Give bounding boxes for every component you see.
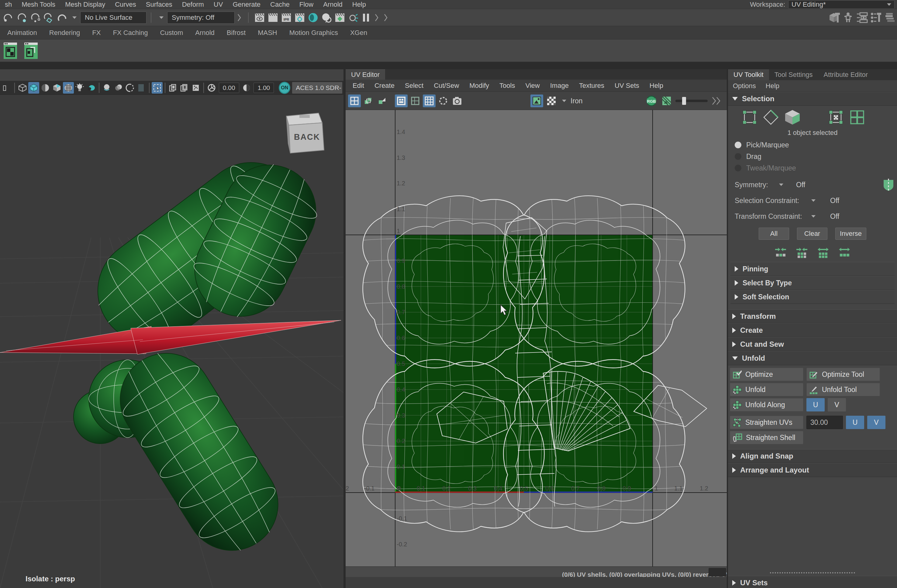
viewport-canvas[interactable]: BACK Isolate : persp <box>0 95 343 588</box>
exposure-value[interactable]: 0.00 <box>219 82 239 93</box>
symmetry-dropdown-caret-icon[interactable] <box>779 183 783 186</box>
uv-menu-create[interactable]: Create <box>369 82 400 90</box>
straighten-v-button[interactable]: V <box>867 416 885 429</box>
section-header-selection[interactable]: Selection <box>728 92 897 106</box>
collapse-chevron-icon[interactable] <box>375 14 379 21</box>
section-header-unfold[interactable]: Unfold <box>728 351 897 365</box>
shelf-tab-fx-caching[interactable]: FX Caching <box>107 29 154 37</box>
straighten-angle-input[interactable] <box>807 416 843 429</box>
uv-snapshot-shelf-icon[interactable] <box>24 42 40 60</box>
clear-selection-button[interactable]: Clear <box>797 228 827 240</box>
checker-texture-icon[interactable] <box>545 95 558 107</box>
channel-box-panel-icon[interactable] <box>855 11 869 24</box>
resolution-gate-icon[interactable] <box>179 82 190 93</box>
menu-deform[interactable]: Deform <box>177 0 209 9</box>
shelf-tab-motion-graphics[interactable]: Motion Graphics <box>283 29 344 37</box>
select-all-button[interactable]: All <box>759 228 789 240</box>
selection-constraint-caret-icon[interactable] <box>811 199 816 202</box>
section-header-soft-selection[interactable]: Soft Selection <box>730 290 895 304</box>
snap-curve-icon-1[interactable] <box>2 11 15 24</box>
grid-toggle-icon[interactable] <box>1 82 12 93</box>
symmetry-caret-icon[interactable] <box>159 17 164 19</box>
section-header-uv-sets[interactable]: UV Sets <box>728 576 897 588</box>
shrink-selection-icon[interactable] <box>775 246 787 259</box>
uv-menu-image[interactable]: Image <box>545 82 574 90</box>
textured-cube-icon[interactable] <box>51 82 62 93</box>
workspace-dropdown[interactable]: UV Editing* <box>788 0 895 9</box>
image-display-toggle-icon[interactable] <box>530 95 543 107</box>
gamma-icon[interactable] <box>241 82 252 93</box>
tab-tool-settings[interactable]: Tool Settings <box>769 69 818 80</box>
snap-surface-icon[interactable] <box>42 11 55 24</box>
uv-menu-cut-sew[interactable]: Cut/Sew <box>429 82 464 90</box>
uv-menu-edit[interactable]: Edit <box>347 82 369 90</box>
section-header-transform[interactable]: Transform <box>728 309 897 323</box>
live-surface-field[interactable]: No Live Surface <box>80 12 147 24</box>
straighten-u-button[interactable]: U <box>846 416 864 429</box>
shelf-tab-rendering[interactable]: Rendering <box>43 29 86 37</box>
motion-blur-icon[interactable] <box>113 82 124 93</box>
inverse-selection-button[interactable]: Inverse <box>835 228 866 240</box>
vertex-select-icon[interactable] <box>741 109 758 125</box>
render-frame-icon[interactable] <box>267 12 279 24</box>
isolate-select-icon[interactable] <box>152 82 162 93</box>
straighten-shell-button[interactable]: Straighten Shell <box>730 431 804 444</box>
menu-mesh-tools[interactable]: Mesh Tools <box>17 0 60 9</box>
toolkit-menu-help[interactable]: Help <box>761 82 784 90</box>
uv-menu-help[interactable]: Help <box>644 82 669 90</box>
menu-generate[interactable]: Generate <box>228 0 265 9</box>
menu-cache[interactable]: Cache <box>265 0 295 9</box>
section-header-arrange-and-layout[interactable]: Arrange and Layout <box>728 463 897 477</box>
unfold-button[interactable]: Unfold <box>730 383 804 396</box>
uv-texture-border-icon[interactable] <box>409 95 422 107</box>
slider-handle[interactable] <box>682 97 686 105</box>
optimize-tool-button[interactable]: Optimize Tool <box>807 368 880 381</box>
uv-menu-modify[interactable]: Modify <box>464 82 494 90</box>
shelf-tab-arnold[interactable]: Arnold <box>189 29 221 37</box>
uv-menu-uv-sets[interactable]: UV Sets <box>609 82 644 90</box>
shelf-tab-bifrost[interactable]: Bifrost <box>221 29 252 37</box>
rgb-channels-icon[interactable]: RGB <box>645 95 658 107</box>
toolkit-menu-options[interactable]: Options <box>728 82 761 90</box>
menu-item-truncated[interactable]: sh <box>0 0 17 9</box>
snap-options-caret-icon[interactable] <box>72 17 77 19</box>
uv-editor-tab[interactable]: UV Editor <box>346 69 385 79</box>
texture-dropdown-caret-icon[interactable] <box>562 100 566 102</box>
shrink-grid-selection-icon[interactable] <box>796 246 808 259</box>
edge-select-icon[interactable] <box>763 109 779 125</box>
shelf-tab-xgen[interactable]: XGen <box>344 29 373 37</box>
uv-select-icon[interactable] <box>828 109 844 125</box>
selection-constraint-value[interactable]: Off <box>830 197 839 205</box>
unfold-along-v-button[interactable]: V <box>828 398 846 411</box>
use-all-lights-icon[interactable] <box>63 82 74 93</box>
section-header-cut-and-sew[interactable]: Cut and Sew <box>728 337 897 351</box>
color-management-toggle[interactable]: ON <box>279 82 290 94</box>
shaded-mode-icon[interactable] <box>28 82 39 93</box>
grow-selection-icon[interactable] <box>838 246 851 259</box>
transform-constraint-value[interactable]: Off <box>830 212 839 221</box>
uv-shell-select-icon[interactable] <box>849 109 865 125</box>
snap-curve-icon-2[interactable] <box>15 11 29 24</box>
unfold-along-button[interactable]: Unfold Along <box>730 398 804 411</box>
grow-grid-selection-icon[interactable] <box>817 246 829 259</box>
modeling-toolkit-panel-icon[interactable] <box>827 11 841 24</box>
uv-snapshot-icon[interactable] <box>451 95 464 107</box>
uv-menu-tools[interactable]: Tools <box>494 82 520 90</box>
uv-menu-view[interactable]: View <box>520 82 545 90</box>
ambient-occlusion-icon[interactable] <box>101 82 112 93</box>
shelf-tab-custom[interactable]: Custom <box>154 29 189 37</box>
viewcube-face-label[interactable]: BACK <box>294 133 320 142</box>
radio-pick-marquee[interactable]: Pick/Marquee <box>728 139 897 151</box>
gamma-value[interactable]: 1.00 <box>254 82 274 93</box>
collapse-chevron-icon[interactable] <box>237 14 241 21</box>
section-header-create[interactable]: Create <box>728 323 897 337</box>
field-chart-icon[interactable] <box>167 82 178 93</box>
shadows-toggle-icon[interactable] <box>86 82 96 93</box>
light-editor-icon[interactable] <box>347 12 359 24</box>
render-settings-icon[interactable] <box>294 12 306 24</box>
uv-distortion-icon[interactable] <box>437 95 450 107</box>
wireframe-mode-icon[interactable] <box>17 82 28 93</box>
attribute-editor-panel-icon[interactable] <box>869 11 883 24</box>
optimize-button[interactable]: Optimize <box>730 368 804 381</box>
textured-sphere-icon[interactable] <box>40 82 51 93</box>
